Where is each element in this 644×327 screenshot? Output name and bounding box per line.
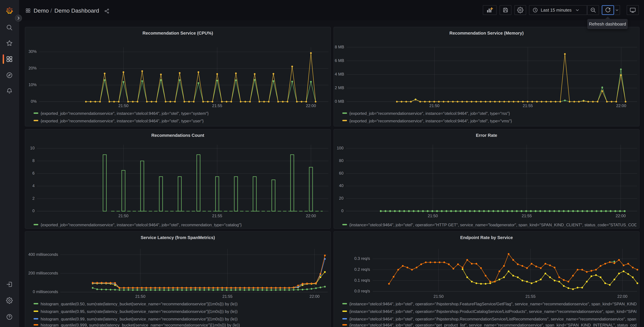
svg-text:21:50: 21:50	[434, 294, 444, 299]
svg-text:4 MB: 4 MB	[335, 72, 344, 76]
svg-text:2: 2	[32, 196, 34, 200]
svg-text:10: 10	[30, 146, 34, 150]
svg-text:21:50: 21:50	[118, 214, 128, 218]
svg-text:30%: 30%	[28, 49, 36, 54]
svg-text:400 milliseconds: 400 milliseconds	[28, 252, 58, 257]
svg-text:21:50: 21:50	[430, 104, 440, 108]
svg-text:2 MB: 2 MB	[335, 86, 344, 90]
svg-text:0.1 req/s: 0.1 req/s	[354, 278, 370, 282]
svg-text:21:55: 21:55	[212, 214, 222, 218]
svg-text:0.2 req/s: 0.2 req/s	[354, 267, 370, 272]
svg-text:21:50: 21:50	[118, 104, 128, 108]
svg-text:0: 0	[32, 208, 34, 213]
svg-text:20%: 20%	[28, 66, 36, 70]
svg-text:21:50: 21:50	[135, 294, 146, 299]
svg-text:0.0 req/s: 0.0 req/s	[354, 289, 370, 293]
svg-text:22:00: 22:00	[306, 214, 316, 218]
svg-text:22:00: 22:00	[617, 294, 628, 299]
svg-text:6 MB: 6 MB	[335, 58, 344, 63]
svg-text:21:55: 21:55	[522, 214, 532, 218]
svg-text:21:55: 21:55	[212, 104, 222, 108]
svg-text:22:00: 22:00	[310, 294, 320, 299]
svg-text:0.3 req/s: 0.3 req/s	[354, 256, 370, 261]
svg-text:20: 20	[339, 196, 344, 200]
svg-text:8: 8	[32, 158, 34, 163]
svg-text:21:55: 21:55	[526, 294, 536, 299]
svg-text:8 MB: 8 MB	[335, 45, 344, 49]
svg-text:100: 100	[337, 146, 344, 150]
svg-text:22:00: 22:00	[616, 214, 626, 218]
svg-text:200 milliseconds: 200 milliseconds	[28, 271, 58, 275]
svg-text:22:00: 22:00	[616, 104, 626, 108]
svg-text:4: 4	[32, 184, 34, 188]
svg-text:22:00: 22:00	[306, 104, 316, 108]
svg-text:21:55: 21:55	[222, 294, 232, 299]
svg-text:21:50: 21:50	[428, 214, 438, 218]
svg-text:10%: 10%	[28, 82, 36, 87]
svg-text:40: 40	[339, 183, 344, 188]
svg-text:0%: 0%	[31, 99, 36, 104]
svg-text:0 milliseconds: 0 milliseconds	[33, 290, 58, 294]
svg-text:0 MB: 0 MB	[335, 99, 344, 104]
svg-text:60: 60	[339, 171, 344, 176]
svg-text:80: 80	[339, 158, 344, 163]
svg-text:21:55: 21:55	[523, 104, 533, 108]
svg-text:6: 6	[32, 171, 34, 176]
svg-text:0: 0	[341, 208, 344, 213]
